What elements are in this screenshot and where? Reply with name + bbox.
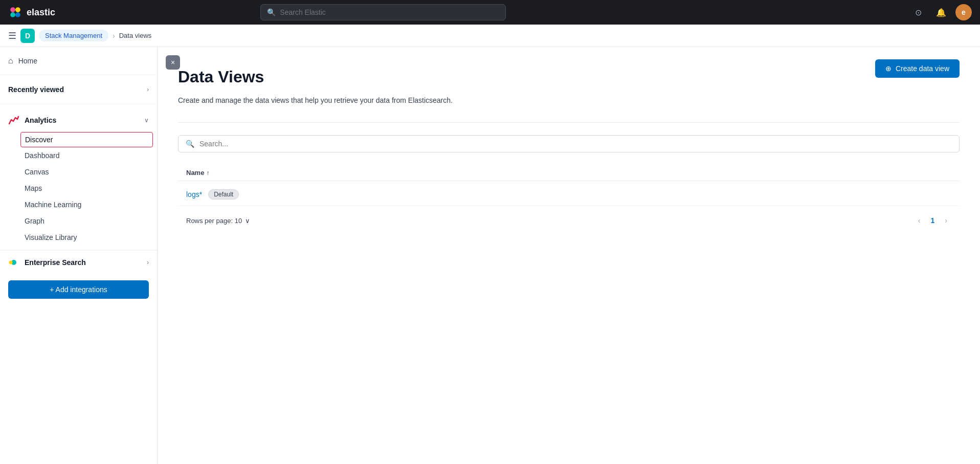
sidebar-recently-viewed-section: Recently viewed › [0,75,157,104]
pagination-controls: ‹ 1 › [914,214,951,227]
analytics-label: Analytics [25,116,56,124]
create-btn-icon: ⊕ [885,64,892,73]
pagination-bar: Rows per page: 10 ∨ ‹ 1 › [178,206,960,227]
breadcrumb-bar: ☰ D Stack Management › Data views [0,25,980,47]
global-search-bar[interactable]: 🔍 [260,4,506,20]
page-1-button[interactable]: 1 [927,214,939,227]
breadcrumb-stack-management[interactable]: Stack Management [39,30,108,41]
analytics-group-header[interactable]: Analytics ∨ [0,108,157,132]
nav-right: ⊙ 🔔 e [910,4,972,20]
data-views-search-input[interactable] [199,140,952,148]
sidebar-analytics-section: Analytics ∨ Discover Dashboard Canvas Ma… [0,104,157,250]
data-views-search-box[interactable]: 🔍 [178,135,960,152]
enterprise-search-header[interactable]: Enterprise Search › [0,250,157,274]
user-avatar[interactable]: e [955,4,972,20]
svg-point-1 [15,7,20,12]
enterprise-search-label: Enterprise Search [25,258,86,267]
name-column-header[interactable]: Name ↑ [186,169,209,176]
prev-page-button[interactable]: ‹ [914,214,925,227]
recently-viewed-chevron: › [147,86,149,93]
sidebar-item-machine-learning[interactable]: Machine Learning [0,196,157,213]
rows-per-page-label: Rows per page: 10 [186,217,242,225]
svg-point-0 [10,7,15,12]
table-header: Name ↑ [178,165,960,181]
sidebar-item-maps[interactable]: Maps [0,180,157,196]
next-page-button[interactable]: › [941,214,951,227]
main-content: × ⊕ Create data view Data Views Create a… [158,47,980,464]
enterprise-search-title: Enterprise Search [8,257,86,268]
breadcrumb-initial: D [20,29,35,43]
content-inner: ⊕ Create data view Data Views Create and… [158,47,980,243]
hamburger-button[interactable]: ☰ [8,30,16,41]
rows-per-page[interactable]: Rows per page: 10 ∨ [186,217,250,225]
page-title: Data Views [178,68,960,86]
create-btn-label: Create data view [896,64,949,73]
add-integrations-button[interactable]: + Add integrations [8,280,149,299]
sidebar-home-item[interactable]: ⌂ Home [0,51,157,71]
svg-point-2 [10,12,15,17]
breadcrumb-current: Data views [119,32,152,39]
create-data-view-button[interactable]: ⊕ Create data view [875,59,960,78]
svg-point-5 [9,261,13,264]
rows-per-page-chevron: ∨ [245,217,250,225]
analytics-chevron: ∨ [144,117,149,124]
elastic-logo-text: elastic [27,7,55,18]
sidebar-item-graph[interactable]: Graph [0,213,157,229]
main-layout: ⌂ Home Recently viewed › Analytics ∨ Dis… [0,47,980,464]
help-icon[interactable]: ⊙ [910,4,927,20]
page-description: Create and manage the data views that he… [178,95,536,106]
enterprise-chevron: › [147,259,149,266]
breadcrumb-separator: › [113,32,115,40]
name-column-label: Name [186,169,204,176]
sort-icon: ↑ [206,169,209,176]
sidebar-item-visualize-library[interactable]: Visualize Library [0,229,157,246]
close-button[interactable]: × [166,55,180,70]
sidebar-item-discover[interactable]: Discover [20,132,153,147]
svg-point-3 [15,12,20,17]
sidebar-home-label: Home [18,57,37,65]
sidebar-item-canvas[interactable]: Canvas [0,164,157,180]
top-nav: elastic 🔍 ⊙ 🔔 e [0,0,980,25]
recently-viewed-label: Recently viewed [8,85,64,94]
data-view-link-logs[interactable]: logs* [186,190,202,198]
sidebar-item-dashboard[interactable]: Dashboard [0,147,157,164]
sidebar-home-section: ⌂ Home [0,47,157,75]
elastic-logo: elastic [8,5,55,19]
search-box-icon: 🔍 [186,140,194,148]
home-icon: ⌂ [8,56,13,65]
recently-viewed-header[interactable]: Recently viewed › [0,79,157,100]
notifications-icon[interactable]: 🔔 [933,4,949,20]
analytics-group-title: Analytics [8,115,56,126]
table-row: logs* Default [178,183,960,206]
default-badge: Default [208,189,239,200]
sidebar: ⌂ Home Recently viewed › Analytics ∨ Dis… [0,47,158,464]
global-search-input[interactable] [280,8,499,16]
content-divider [178,122,960,123]
search-icon: 🔍 [267,8,276,16]
